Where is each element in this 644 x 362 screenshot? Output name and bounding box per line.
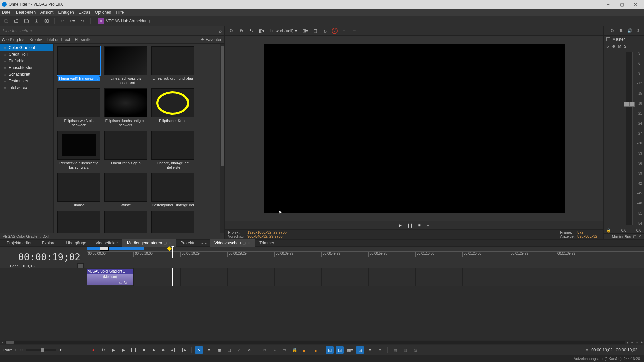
track-lane[interactable]: VEGAS Color Gradient 1 (Medium) ▭ƒx⋯	[87, 268, 644, 286]
tree-node-einfarbig[interactable]: ☆Einfarbig	[0, 58, 53, 64]
timeline-regions[interactable]	[87, 247, 644, 251]
tc-right[interactable]: 00:00:19;02	[616, 348, 637, 352]
misc-1-icon[interactable]: ▤	[391, 346, 399, 354]
stop-button[interactable]: ■	[140, 346, 148, 354]
master-dim-icon[interactable]: 🔊	[627, 28, 633, 34]
lock-icon[interactable]: 🔒	[606, 228, 611, 233]
presets-scrollbar[interactable]	[220, 44, 224, 233]
menu-optionen[interactable]: Optionen	[95, 10, 111, 15]
normal-edit-tool[interactable]: ↖	[195, 346, 203, 354]
clip-fx-icon[interactable]: ƒx	[123, 281, 127, 284]
menu-datei[interactable]: Datei	[2, 10, 11, 15]
clip-crop-icon[interactable]: ▭	[119, 281, 122, 284]
preview-viewport[interactable]: ➤	[225, 36, 603, 221]
dock-undock-icon[interactable]: ▢	[242, 241, 246, 245]
zoom-out-icon[interactable]: −	[630, 340, 635, 345]
zoom-marker-icon[interactable]: ▿	[635, 340, 639, 345]
master-output-icon[interactable]: ↧	[635, 28, 641, 34]
tree-node-titel-text[interactable]: ☆Titel & Text	[0, 84, 53, 91]
track-thumb-icon[interactable]	[77, 263, 84, 268]
tc-left[interactable]: 00:00:19;02	[591, 348, 612, 352]
rate-reset-icon[interactable]: ▾	[60, 348, 62, 352]
next-frame-button[interactable]: ❙▸	[180, 346, 188, 354]
preset-item[interactable]: Rechteckig durchsichtig bis schwarz	[56, 131, 101, 170]
master-mute-button[interactable]: M	[618, 44, 621, 48]
preset-item[interactable]	[103, 211, 148, 233]
dock-tab-uebergaenge[interactable]: Übergänge	[61, 239, 91, 247]
master-bus-label[interactable]: Master-Bus	[612, 235, 631, 239]
maximize-button[interactable]: ▢	[615, 0, 629, 9]
dock-tab-projektnotizen[interactable]: Projektn	[176, 239, 200, 247]
preview-list-icon[interactable]: ☰	[351, 27, 358, 35]
autoripple-icon[interactable]: ⇆	[280, 346, 288, 354]
go-start-button[interactable]: ⏮	[150, 346, 158, 354]
preview-stop-icon[interactable]: ■	[418, 223, 420, 228]
autocross-icon[interactable]: ⌁	[270, 346, 278, 354]
dock-pin-icon[interactable]: ▢	[633, 234, 636, 239]
marker-orange-icon[interactable]: ▖	[301, 346, 309, 354]
menu-extras[interactable]: Extras	[79, 10, 90, 15]
dock-tab-explorer[interactable]: Explorer	[37, 239, 62, 247]
minimize-button[interactable]: −	[602, 0, 615, 9]
tree-node-credit-roll[interactable]: ☆Credit Roll	[0, 51, 53, 58]
dock-tab-projektmedien[interactable]: Projektmedien	[2, 239, 37, 247]
scroll-right-icon[interactable]: ▸	[625, 340, 630, 345]
preset-item[interactable]	[56, 211, 101, 233]
tree-node-testmuster[interactable]: ☆Testmuster	[0, 78, 53, 84]
preview-split-icon[interactable]: ◧▾	[258, 27, 265, 35]
master-gear-icon[interactable]: ⚙	[612, 44, 615, 49]
preview-extern-icon[interactable]: ⧉	[237, 27, 245, 35]
preset-item[interactable]: Elliptisch durchsichtig bis schwarz	[103, 88, 148, 127]
tree-node-rauschtextur[interactable]: ☆Rauschtextur	[0, 64, 53, 71]
redo-icon[interactable]: ↷	[79, 17, 86, 25]
preview-video-badge-icon[interactable]: V	[332, 28, 338, 34]
tool-c-icon[interactable]: ◳	[356, 346, 364, 354]
preset-item[interactable]: Himmel	[56, 173, 101, 207]
dock-close-icon[interactable]: ✕	[247, 241, 250, 245]
go-end-button[interactable]: ⏭	[160, 346, 168, 354]
master-solo-button[interactable]: S	[624, 44, 626, 48]
tree-node-color-gradient[interactable]: ☆Color Gradient	[0, 44, 53, 51]
selection-tool[interactable]: ▦	[215, 346, 223, 354]
tc-marker-icon[interactable]: ▿	[586, 348, 588, 352]
lock-icon[interactable]: 🔒	[290, 346, 299, 354]
preset-item[interactable]: Lineare, blau-grüne Titelleiste	[150, 131, 195, 170]
marker-flag-icon[interactable]	[167, 246, 172, 251]
plugins-search-input[interactable]	[3, 27, 219, 34]
undo-icon[interactable]: ↶	[59, 17, 66, 25]
render-icon[interactable]	[33, 17, 40, 25]
master-fx-button[interactable]: fx	[606, 44, 609, 48]
edit-tool-dropdown[interactable]: ▾	[205, 346, 213, 354]
dock-close-icon[interactable]: ✕	[168, 241, 171, 245]
clip-more-icon[interactable]: ⋯	[128, 281, 132, 284]
preview-quality-dropdown[interactable]: Entwurf (Voll) ▾	[268, 28, 299, 33]
preset-item[interactable]: Elliptischer Kreis	[150, 88, 195, 127]
dock-scroll-left-icon[interactable]: ◂	[201, 241, 203, 245]
rate-slider[interactable]	[26, 349, 56, 351]
preset-item[interactable]: Linear rot bis gelb	[103, 131, 148, 170]
menu-ansicht[interactable]: Ansicht	[40, 10, 53, 15]
snap-icon[interactable]: ⧉	[260, 346, 268, 354]
preview-fx-icon[interactable]: ƒx	[248, 27, 255, 35]
scroll-left-icon[interactable]: ◂	[0, 340, 5, 345]
marker-orange2-icon[interactable]: ▗	[311, 346, 319, 354]
dock-close-icon[interactable]: ✕	[638, 234, 641, 239]
region-marker[interactable]	[100, 247, 109, 251]
vegas-hub[interactable]: H VEGAS Hub Abmeldung	[98, 18, 150, 24]
play-start-button[interactable]: ▶	[109, 346, 117, 354]
master-settings-icon[interactable]: ⚙	[609, 28, 615, 34]
menu-hilfe[interactable]: Hilfe	[116, 10, 124, 15]
undo-dropdown-icon[interactable]: ↶▾	[69, 17, 76, 25]
tool-b-icon[interactable]: ◲	[336, 346, 344, 354]
timeline-scrollbar[interactable]: ◂ ▸ − ▿ +	[0, 340, 644, 345]
save-project-icon[interactable]	[23, 17, 30, 25]
preset-item[interactable]: Elliptisch weiß bis schwarz	[56, 88, 101, 127]
tool-a-icon[interactable]: ◱	[326, 346, 334, 354]
preset-item[interactable]: Linear rot, grün und blau	[150, 46, 195, 85]
search-icon[interactable]: ⌕	[219, 28, 222, 34]
master-fader-track[interactable]	[626, 52, 633, 225]
preset-item[interactable]: Wüste	[103, 173, 148, 207]
misc-2-icon[interactable]: ▥	[401, 346, 409, 354]
preset-item[interactable]: Linear weiß bis schwarz	[56, 46, 101, 85]
new-project-icon[interactable]	[3, 17, 10, 25]
